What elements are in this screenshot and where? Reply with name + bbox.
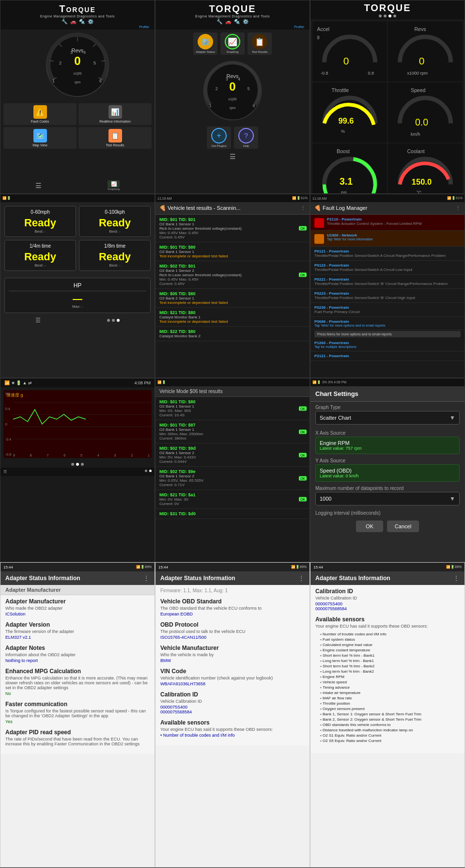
adapter-version-value: ELM327 v2.1: [5, 635, 150, 640]
svg-text:0: 0: [419, 55, 425, 66]
adapter-section-protocol: OBD Protocol The protocol used to talk t…: [160, 621, 305, 640]
perf-eighth-best: Best: -: [82, 263, 147, 268]
sensor-2: Calculated engine load value: [320, 642, 455, 647]
sensor-9: Vehicle speed: [320, 679, 455, 685]
screen2-fault-log: 11:18 AM 📶🔋61% 🍕 Fault Log Manager ⋮ P21…: [310, 194, 465, 378]
test-item-4: MID: $21 TID: $80 Catalyst Monitor Bank …: [155, 308, 310, 327]
svg-text:Throttle: Throttle: [332, 87, 349, 93]
ok-button[interactable]: OK: [356, 521, 383, 532]
fault-log-menu[interactable]: ⋮: [455, 205, 461, 211]
svg-text:6: 6: [253, 103, 255, 108]
fault-p2121: P2121 - Powertrain: [310, 351, 465, 361]
sensor-14: Oxygen sensors present: [320, 706, 455, 711]
menu-fault-codes[interactable]: ⚠️ Fault Codes: [3, 103, 77, 125]
menu-realtime[interactable]: 📊 Realtime Information: [78, 103, 152, 125]
test-item-5: MID: $22 TID: $80 Catalyst Monitor Bank …: [155, 327, 310, 341]
test-results-title: Vehicle test results - Scannin...: [168, 205, 240, 211]
screen2-icons: ⚙️ Adapter Status 📈 Graphing 📋 Test Resu…: [155, 30, 310, 58]
test-results-label-2: Test Results: [249, 50, 270, 53]
test-results-icon-header: 🍕: [159, 205, 166, 211]
sensor-13: Throttle position: [320, 701, 455, 706]
adapter-status-icon[interactable]: ⚙️ Adapter Status: [193, 32, 217, 55]
sensor-8: Engine RPM: [320, 674, 455, 679]
graph-bottom-bar: ☰: [0, 468, 155, 476]
test-item-2: MID: $02 TID: $01 O2 Bank 1 Sensor 2 Ric…: [155, 261, 310, 289]
cancel-button[interactable]: Cancel: [387, 521, 419, 532]
svg-text:x1000 rpm: x1000 rpm: [407, 71, 428, 76]
test-mode-title: Vehicle Mode $06 test results: [159, 389, 223, 394]
perf-0-100kph-title: 0-100kph: [82, 209, 147, 215]
adapter-menu-icon-3[interactable]: ⋮: [453, 574, 460, 582]
adapter-protocol-value: ISO15765-4CAN11/500: [160, 635, 305, 640]
svg-text:0.8: 0.8: [368, 71, 374, 76]
chart-settings-buttons: OK Cancel: [310, 517, 465, 536]
test-results-menu[interactable]: ⋮: [300, 205, 306, 211]
adapter-menu-icon-1[interactable]: ⋮: [143, 574, 150, 582]
screen2-graphing: TORQUE Engine Management Diagnostics and…: [155, 0, 310, 194]
statusbar-row2-s3: 11:18 AM 📶🔋61%: [310, 194, 465, 202]
y-axis-box[interactable]: Speed (OBD) Latest value: 0 km/h: [315, 464, 460, 482]
graph-type-arrow: ▼: [450, 414, 455, 421]
cal-id-val1: 0000075S400: [315, 601, 460, 606]
graph-type-dropdown[interactable]: Scatter Chart ▼: [315, 411, 460, 425]
throttle-gauge: Throttle 99.6 %: [312, 82, 387, 142]
graph-xaxis: 9 8 7 6 5 4 3 2 1: [13, 454, 150, 457]
sensor-4: Short term fuel % trim - Bank1: [320, 653, 455, 658]
profile-link-2[interactable]: Profile:: [156, 25, 309, 29]
page-dots: [0, 461, 155, 468]
adapter-section-manufacturer: Adapter Manufacturer Who made the OBD2 a…: [5, 598, 150, 616]
multi-gauge-grid: Accel g 0 -0.8 0.8 Revs 0 x1000 rpm: [310, 19, 465, 187]
max-points-label: Maximum number of datapoints to record: [310, 483, 465, 492]
adapter-menu-icon-2[interactable]: ⋮: [298, 574, 305, 582]
graphing-icon[interactable]: 📈 Graphing: [220, 32, 245, 55]
test-results-icon[interactable]: 📋 Test Results: [248, 32, 272, 55]
perf-0-100kph: 0-100kph Ready Best: -: [79, 206, 151, 237]
x-axis-box[interactable]: Engine RPM Latest value: 757 rpm: [315, 437, 460, 454]
adapter-content-1: Adapter Manufacturer Who made the OBD2 a…: [0, 595, 155, 754]
menu-map-view[interactable]: 🗺️ Map View: [3, 127, 77, 149]
svg-text:Speed: Speed: [411, 87, 426, 93]
screen2-test-results: 11:19 AM 📶🔋61% 🍕 Vehicle test results - …: [155, 194, 310, 378]
cal-id-val2: 0000075568584: [315, 606, 460, 611]
big-gauge-2: 1 2 3 4 5 6 Revs 0 x1|00rpm: [201, 60, 264, 123]
svg-text:3.1: 3.1: [340, 176, 353, 187]
help-icon[interactable]: ? Help: [234, 126, 258, 149]
perf-grid: 0-60mph Ready Best: - 0-100kph Ready Bes…: [0, 202, 155, 275]
sensor-17: OBD standards this vehicle conforms to: [320, 722, 455, 727]
test-results-label: Test Results: [80, 143, 150, 147]
adapter-content-2: Firmware: 1.1, Max: 1.1, Aug: 1 Vehicle …: [155, 585, 310, 745]
statusbar-row2-s1: 📶🔋: [0, 194, 155, 202]
bottom-bar-2: ☰: [155, 152, 310, 161]
get-plugins-icon[interactable]: + Get Plugins: [207, 126, 231, 149]
menu-test-results[interactable]: 📋 Test Results: [78, 127, 152, 149]
bottom-bar-graphing[interactable]: 📈 Graphing: [108, 180, 120, 190]
screen3-header: TORQUE: [310, 0, 465, 19]
adapter-section-sensors-p3: Available sensors Your engine ECU has sa…: [315, 616, 460, 745]
fault-u1900: U1900 - Network Tap 'Web' for more infor…: [310, 231, 465, 247]
hamburger-icon-2[interactable]: ☰: [230, 153, 236, 160]
sensors-title: Available sensors: [315, 616, 460, 623]
profile-link-1[interactable]: Profile:: [1, 25, 154, 29]
adapter-time-3: 15:44: [313, 565, 323, 569]
adapter-section-version: Adapter Version The firmware version of …: [5, 621, 150, 640]
gauge-area-2: 1 2 3 4 5 6 Revs 0 x1|00rpm: [155, 58, 310, 125]
y-axis-label: Y Axis Source: [310, 455, 465, 464]
svg-text:99.6: 99.6: [338, 116, 354, 125]
interval-label: Logging interval (milliseconds): [310, 507, 465, 517]
adapter-section-vehicle-mfr: Vehicle Manufacturer Who the vehicle is …: [160, 645, 305, 663]
adapter-panel-title-3: Adapter Status Information: [315, 575, 390, 582]
adapter-vin-value: WBAFA91036LH73658: [160, 681, 305, 686]
max-points-input[interactable]: 1000 ▼: [315, 492, 460, 505]
test-results-mode-header: Vehicle Mode $06 test results: [155, 386, 310, 397]
sensor-19: O2 S1 Equiv. Ratio and/or Current: [320, 733, 455, 738]
bottom-bar-settings[interactable]: ☰: [35, 182, 42, 189]
perf-eighth-title: 1/8m time: [82, 243, 147, 249]
adapter-panel-title-2: Adapter Status Information: [160, 575, 235, 582]
test-mode-item-0: MID: $01 TID: $80 O2 Bank 1 Sensor 1 Min…: [155, 397, 310, 420]
svg-text:Revs: Revs: [415, 26, 426, 32]
get-plugins-label: Get Plugins: [208, 144, 230, 147]
hamburger-icon-r2s1[interactable]: ☰: [35, 317, 41, 324]
screen3-graph: 📶 ★ 🔋 ▲ ⇌ 4:08 PM 加速度 g 0.8 0.4 0 -0.4 -…: [0, 378, 155, 562]
svg-text:2: 2: [216, 86, 218, 91]
cal-id-desc: Vehicle Calibration ID: [315, 596, 460, 600]
